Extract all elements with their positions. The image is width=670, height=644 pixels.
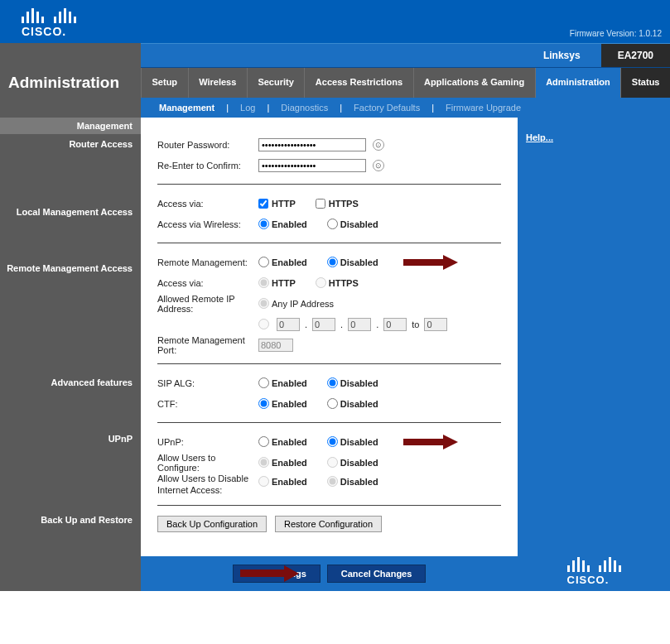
radio-wireless-disabled[interactable] bbox=[327, 219, 338, 229]
label-allow-config: Allow Users to Configure: bbox=[157, 453, 258, 473]
section-label-backup: Back Up and Restore bbox=[0, 510, 133, 525]
section-labels-column: Management Router Access Local Managemen… bbox=[0, 118, 141, 556]
ip-octet-2[interactable] bbox=[312, 318, 335, 331]
section-label-remote-mgmt: Remote Management Access bbox=[0, 258, 133, 273]
password-reveal-icon[interactable]: ⊙ bbox=[373, 139, 384, 151]
tab-access-restrictions[interactable]: Access Restrictions bbox=[304, 68, 412, 98]
arrow-annotation-icon bbox=[403, 255, 461, 270]
subtab-management[interactable]: Management bbox=[151, 103, 223, 113]
radio-upnp-disabled[interactable] bbox=[327, 436, 338, 447]
section-label-advanced: Advanced features bbox=[0, 372, 133, 387]
radio-any-ip[interactable] bbox=[258, 298, 269, 309]
radio-specific-ip[interactable] bbox=[258, 319, 269, 329]
label-access-wireless: Access via Wireless: bbox=[157, 219, 258, 229]
brand-name: Linksys bbox=[523, 50, 601, 61]
radio-allowconfig-enabled[interactable] bbox=[258, 457, 269, 468]
radio-ctf-enabled[interactable] bbox=[258, 398, 269, 409]
subtab-firmware-upgrade[interactable]: Firmware Upgrade bbox=[437, 103, 529, 113]
checkbox-https[interactable] bbox=[316, 199, 325, 209]
cisco-logo-text: CISCO. bbox=[22, 25, 76, 38]
brand-strip: Linksys EA2700 bbox=[0, 43, 670, 68]
footer: Save Settings Cancel Changes CISCO. bbox=[0, 556, 670, 591]
subtab-factory-defaults[interactable]: Factory Defaults bbox=[345, 103, 428, 113]
page-title: Administration bbox=[0, 68, 141, 98]
ip-octet-3[interactable] bbox=[348, 318, 371, 331]
ip-octet-1[interactable] bbox=[277, 318, 300, 331]
ip-octet-to[interactable] bbox=[424, 318, 447, 331]
cancel-changes-button[interactable]: Cancel Changes bbox=[327, 565, 427, 583]
section-label-upnp: UPnP bbox=[0, 429, 133, 444]
sub-nav: Management | Log | Diagnostics | Factory… bbox=[0, 98, 670, 118]
tab-wireless[interactable]: Wireless bbox=[188, 68, 247, 98]
tab-applications-gaming[interactable]: Applications & Gaming bbox=[413, 68, 535, 98]
main-nav: Administration Setup Wireless Security A… bbox=[0, 68, 670, 98]
radio-remote-enabled[interactable] bbox=[258, 257, 269, 267]
radio-sip-disabled[interactable] bbox=[327, 377, 338, 388]
label-upnp: UPnP: bbox=[157, 437, 258, 447]
label-allow-disable: Allow Users to Disable Internet Access: bbox=[157, 473, 258, 497]
cisco-logo: CISCO. bbox=[0, 0, 76, 38]
arrow-annotation-icon bbox=[240, 565, 299, 582]
tab-status[interactable]: Status bbox=[620, 68, 670, 98]
label-router-password: Router Password: bbox=[157, 140, 258, 150]
help-link[interactable]: Help... bbox=[526, 132, 553, 142]
remote-port-input[interactable] bbox=[258, 339, 293, 352]
restore-button[interactable]: Restore Configuration bbox=[275, 516, 382, 532]
model-name: EA2700 bbox=[601, 44, 670, 67]
ip-octet-4[interactable] bbox=[383, 318, 407, 331]
radio-ctf-disabled[interactable] bbox=[327, 398, 338, 409]
label-remote-mgmt: Remote Management: bbox=[157, 257, 258, 267]
tab-security[interactable]: Security bbox=[247, 68, 304, 98]
radio-remote-https[interactable] bbox=[316, 277, 326, 288]
label-remote-port: Remote Management Port: bbox=[157, 335, 258, 355]
label-ctf: CTF: bbox=[157, 399, 258, 409]
subtab-diagnostics[interactable]: Diagnostics bbox=[272, 103, 336, 113]
backup-button[interactable]: Back Up Configuration bbox=[157, 516, 267, 532]
section-label-router-access: Router Access bbox=[0, 134, 133, 149]
content-area: Router Password: ⊙ Re-Enter to Confirm: … bbox=[141, 118, 518, 556]
app-header: CISCO. Firmware Version: 1.0.12 bbox=[0, 0, 670, 43]
radio-allowdisable-enabled[interactable] bbox=[258, 476, 269, 487]
section-header-management: Management bbox=[0, 118, 141, 134]
label-allowed-ip: Allowed Remote IP Address: bbox=[157, 294, 258, 314]
radio-sip-enabled[interactable] bbox=[258, 377, 269, 388]
label-access-via: Access via: bbox=[157, 199, 258, 209]
label-remote-access-via: Access via: bbox=[157, 278, 258, 288]
help-panel: Help... bbox=[518, 118, 670, 556]
firmware-version: Firmware Version: 1.0.12 bbox=[570, 29, 662, 38]
section-label-local-mgmt: Local Management Access bbox=[0, 202, 133, 217]
reenter-password-input[interactable] bbox=[258, 159, 366, 172]
subtab-log[interactable]: Log bbox=[232, 103, 263, 113]
cisco-logo-footer: CISCO. bbox=[567, 557, 621, 586]
label-reenter-password: Re-Enter to Confirm: bbox=[157, 161, 258, 171]
arrow-annotation-icon bbox=[403, 435, 461, 449]
radio-wireless-enabled[interactable] bbox=[258, 219, 269, 229]
router-password-input[interactable] bbox=[258, 138, 366, 151]
checkbox-http[interactable] bbox=[258, 199, 268, 209]
radio-remote-http[interactable] bbox=[258, 277, 269, 288]
label-sip-alg: SIP ALG: bbox=[157, 378, 258, 388]
radio-upnp-enabled[interactable] bbox=[258, 436, 269, 447]
radio-allowdisable-disabled[interactable] bbox=[327, 476, 338, 487]
tab-administration[interactable]: Administration bbox=[535, 68, 621, 98]
tab-setup[interactable]: Setup bbox=[141, 68, 188, 98]
radio-allowconfig-disabled[interactable] bbox=[327, 457, 338, 468]
radio-remote-disabled[interactable] bbox=[327, 257, 338, 267]
password-reveal-icon-2[interactable]: ⊙ bbox=[373, 160, 384, 171]
